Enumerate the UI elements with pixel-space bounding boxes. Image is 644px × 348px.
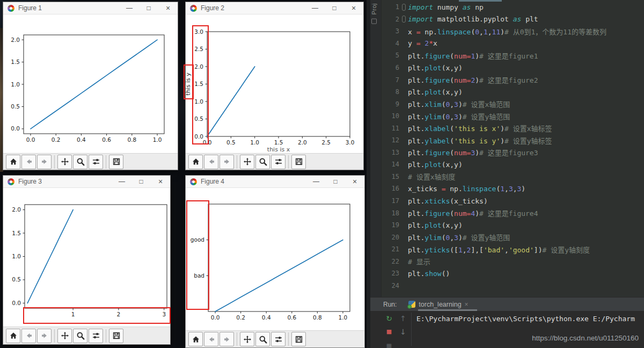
figure4-titlebar[interactable]: Figure 4 — □ ×	[186, 176, 364, 188]
toolbar-back-button[interactable]	[21, 155, 36, 169]
toolbar-zoom-button[interactable]	[255, 155, 270, 169]
code-line[interactable]: 17plt.xticks(x_ticks)	[381, 195, 644, 207]
line-number: 14	[381, 161, 399, 168]
code-text: # 设置x轴刻度	[408, 171, 455, 182]
code-line[interactable]: 13plt.figure(num=3)# 这里是figure3	[381, 147, 644, 159]
line-number: 18	[381, 209, 399, 217]
code-text: y = 2*x	[408, 39, 437, 47]
x-tick-label: 0.2	[236, 314, 245, 321]
x-tick-label: 3.0	[346, 139, 355, 146]
zoom-icon	[76, 331, 85, 340]
code-line[interactable]: 12plt.ylabel('this is y')# 设置y轴标签	[381, 134, 644, 147]
toolbar-configure-button[interactable]	[89, 329, 103, 343]
maximize-button[interactable]: □	[131, 176, 151, 187]
toolbar-forward-button[interactable]	[37, 329, 52, 343]
code-line[interactable]: 4y = 2*x	[381, 38, 644, 50]
toolbar-configure-button[interactable]	[89, 155, 103, 169]
toolbar-pan-button[interactable]	[240, 332, 254, 346]
figure1-window[interactable]: Figure 1 — □ × 0.00.20.40.60.81.00.00.51…	[3, 2, 178, 170]
figure2-titlebar[interactable]: Figure 2 — □ ×	[186, 2, 363, 15]
toolbar-zoom-button[interactable]	[73, 329, 87, 343]
code-editor[interactable]: 1import numpy as np2import matplotlib.py…	[381, 0, 644, 297]
x-tick-label: 1.0	[339, 314, 348, 321]
stop-icon[interactable]: ■	[384, 327, 394, 337]
softwrap-icon[interactable]: ≡	[384, 340, 394, 348]
code-line[interactable]: 5plt.figure(num=1)# 这里是figure1	[381, 49, 644, 62]
code-text: plt.plot(x,y)	[408, 64, 463, 72]
rerun-icon[interactable]: ↻	[384, 314, 394, 323]
toolbar-forward-button[interactable]	[37, 155, 52, 169]
tool-window-button-project[interactable]: Proj	[371, 3, 377, 26]
close-button[interactable]: ×	[345, 176, 364, 187]
toolbar-home-button[interactable]	[6, 155, 20, 169]
toolbar-home-button[interactable]	[188, 332, 203, 346]
code-line[interactable]: 6plt.plot(x,y)	[381, 62, 644, 74]
minimize-button[interactable]: —	[305, 2, 325, 14]
toolbar-back-button[interactable]	[204, 332, 218, 346]
toolbar-zoom-button[interactable]	[73, 155, 87, 169]
back-icon	[25, 331, 33, 340]
toolbar-forward-button[interactable]	[219, 332, 234, 346]
figure3-titlebar[interactable]: Figure 3 — □ ×	[3, 176, 170, 188]
toolbar-save-button[interactable]	[291, 332, 306, 346]
maximize-button[interactable]: □	[325, 2, 344, 14]
code-line[interactable]: 2import matplotlib.pyplot as plt	[381, 13, 644, 26]
toolbar-pan-button[interactable]	[240, 155, 254, 169]
figure1-titlebar[interactable]: Figure 1 — □ ×	[3, 2, 178, 15]
figure2-window[interactable]: Figure 2 — □ × 0.00.51.01.52.02.53.00.00…	[185, 2, 364, 170]
code-text: plt.figure(num=1)# 这里是figure1	[408, 50, 538, 61]
code-line[interactable]: 10plt.ylim(0,3)# 设置y轴范围	[381, 110, 644, 122]
code-line[interactable]: 19plt.plot(x,y)	[381, 219, 644, 231]
code-text: plt.ylabel('this is y')# 设置y轴标签	[408, 135, 552, 146]
toolbar-home-button[interactable]	[6, 329, 20, 343]
minimize-button[interactable]: —	[306, 176, 326, 187]
code-line[interactable]: 3x = np.linspace(0,1,11)# 从0到1，个数为11的等差数…	[381, 25, 644, 38]
line-number: 15	[381, 173, 399, 180]
fold-icon[interactable]	[399, 4, 408, 11]
code-line[interactable]: 11plt.xlabel('this is x')# 设置x轴标签	[381, 122, 644, 134]
maximize-button[interactable]: □	[139, 2, 158, 14]
run-tab-close-icon[interactable]: ×	[465, 301, 469, 308]
code-text: plt.plot(x,y)	[408, 161, 463, 169]
code-line[interactable]: 20plt.ylim(0,3)# 设置y轴范围	[381, 231, 644, 243]
toolbar-save-button[interactable]	[109, 155, 123, 169]
pan-icon	[61, 331, 69, 340]
toolbar-back-button[interactable]	[204, 155, 218, 169]
code-line[interactable]: 24	[381, 280, 644, 292]
code-line[interactable]: 8plt.plot(x,y)	[381, 86, 644, 98]
code-line[interactable]: 23plt.show()	[381, 267, 644, 280]
scroll-down-icon[interactable]: ↓	[398, 327, 408, 337]
toolbar-pan-button[interactable]	[57, 329, 72, 343]
toolbar-pan-button[interactable]	[57, 155, 72, 169]
code-line[interactable]: 9plt.xlim(0,3)# 设置x轴范围	[381, 98, 644, 110]
toolbar-save-button[interactable]	[109, 329, 123, 343]
code-line[interactable]: 7plt.figure(num=2)# 这里是figure2	[381, 74, 644, 86]
code-line[interactable]: 22# 显示	[381, 255, 644, 267]
code-text: x = np.linspace(0,1,11)# 从0到1，个数为11的等差数列	[408, 26, 606, 37]
scroll-up-icon[interactable]: ↑	[398, 314, 408, 323]
close-button[interactable]: ×	[344, 2, 363, 14]
y-tick-label: 2.0	[11, 37, 20, 43]
minimize-button[interactable]: —	[120, 2, 139, 14]
code-line[interactable]: 14plt.plot(x,y)	[381, 158, 644, 171]
code-line[interactable]: 16x_ticks = np.linspace(1,3,3)	[381, 183, 644, 195]
y-tick-label: 0.5	[11, 103, 20, 110]
close-button[interactable]: ×	[158, 2, 178, 14]
toolbar-forward-button[interactable]	[219, 155, 234, 169]
code-line[interactable]: 15# 设置x轴刻度	[381, 171, 644, 183]
toolbar-save-button[interactable]	[291, 155, 306, 169]
code-line[interactable]: 18plt.figure(num=4)# 这里是figure4	[381, 207, 644, 219]
toolbar-home-button[interactable]	[188, 155, 203, 169]
fold-icon[interactable]	[399, 16, 408, 23]
toolbar-back-button[interactable]	[21, 329, 36, 343]
figure4-window[interactable]: Figure 4 — □ × 0.00.20.40.60.81.0badgood	[185, 175, 365, 348]
code-line[interactable]: 21plt.yticks([1,2],['bad','good'])# 设置y轴…	[381, 243, 644, 256]
toolbar-configure-button[interactable]	[271, 332, 286, 346]
toolbar-configure-button[interactable]	[271, 155, 286, 169]
toolbar-zoom-button[interactable]	[255, 332, 270, 346]
close-button[interactable]: ×	[151, 176, 170, 187]
maximize-button[interactable]: □	[326, 176, 345, 187]
minimize-button[interactable]: —	[112, 176, 131, 187]
line-number: 5	[381, 52, 399, 59]
code-line[interactable]: 1import numpy as np	[381, 1, 644, 13]
